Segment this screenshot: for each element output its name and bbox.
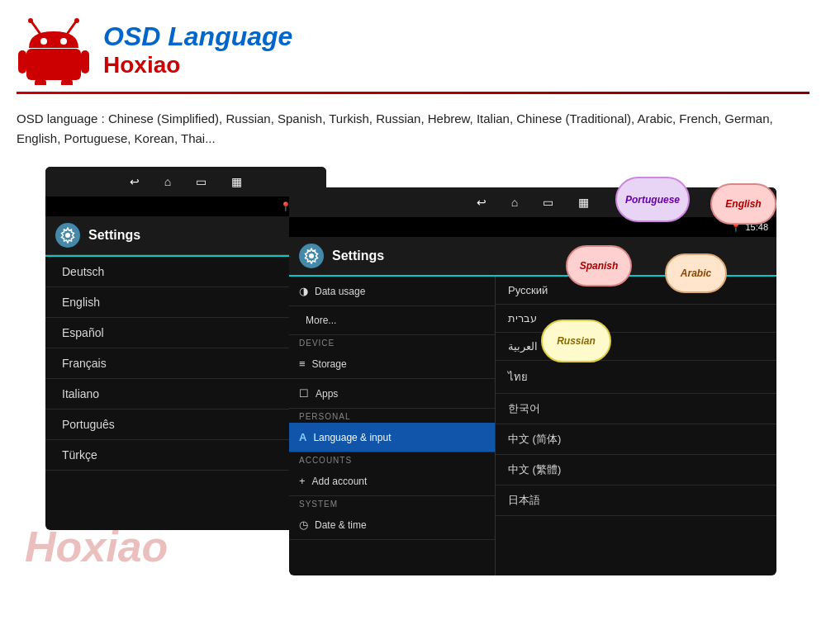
bubble-arabic: Arabic <box>665 253 727 293</box>
fg-home-icon: ⌂ <box>511 196 518 209</box>
svg-point-4 <box>40 38 47 45</box>
bg-status-bar: 📍 15:48 <box>45 197 326 216</box>
fg-recents-icon: ▭ <box>543 196 553 209</box>
fg-menu-icon: ▦ <box>578 196 589 209</box>
list-item[interactable]: ไทย <box>496 361 776 394</box>
add-account-item[interactable]: + Add account <box>289 466 495 496</box>
list-item[interactable]: עברית <box>496 305 776 333</box>
bg-recents-icon: ▭ <box>196 175 206 188</box>
list-item[interactable]: Türkçe <box>45 440 326 471</box>
bg-home-icon: ⌂ <box>164 175 171 188</box>
list-item[interactable]: Español <box>45 318 326 348</box>
storage-label: Storage <box>312 358 347 370</box>
bubble-spanish: Spanish <box>566 245 632 286</box>
fg-back-icon: ↩ <box>477 196 487 209</box>
more-label: More... <box>306 315 336 326</box>
accounts-section-label: ACCOUNTS <box>289 452 495 466</box>
brand-name: Hoxiao <box>103 52 292 78</box>
svg-rect-7 <box>18 50 26 73</box>
system-section-label: SYSTEM <box>289 496 495 510</box>
list-item[interactable]: Deutsch <box>45 257 326 287</box>
svg-rect-8 <box>81 50 89 73</box>
list-item[interactable]: 中文 (简体) <box>496 424 776 455</box>
list-item[interactable]: Italiano <box>45 379 326 410</box>
svg-line-0 <box>31 21 40 33</box>
fg-settings-icon <box>299 244 324 268</box>
foreground-screen: ↩ ⌂ ▭ ▦ 📍 15:48 Settings <box>289 187 776 575</box>
list-item[interactable]: العربية <box>496 333 776 361</box>
header: OSD Language Hoxiao <box>0 0 826 92</box>
date-time-item[interactable]: ◷ Date & time <box>289 510 495 540</box>
bg-screen-title: Settings <box>88 228 140 243</box>
fg-settings-gear-svg <box>303 248 320 264</box>
language-icon: A <box>299 431 306 443</box>
add-account-icon: + <box>299 475 306 487</box>
svg-point-11 <box>65 233 70 238</box>
language-input-item[interactable]: A Language & input <box>289 423 495 452</box>
red-divider <box>17 92 809 94</box>
date-time-label: Date & time <box>315 519 367 531</box>
bg-back-icon: ↩ <box>130 175 140 188</box>
bg-menu-icon: ▦ <box>231 175 242 188</box>
brand-title-group: OSD Language Hoxiao <box>103 21 292 78</box>
language-list-panel: Русский עברית العربية ไทย 한국어 中文 (简体) 中文… <box>496 277 776 575</box>
fg-nav-bar: ↩ ⌂ ▭ ▦ <box>289 187 776 217</box>
svg-rect-6 <box>26 49 81 80</box>
list-item[interactable]: 中文 (繁體) <box>496 455 776 485</box>
android-logo <box>17 15 91 85</box>
bg-language-list: Deutsch English Español Français Italian… <box>45 257 326 471</box>
list-item[interactable]: 日本語 <box>496 485 776 516</box>
apps-icon: ☐ <box>299 387 309 400</box>
more-item[interactable]: More... <box>289 306 495 335</box>
osd-title: OSD Language <box>103 21 292 52</box>
settings-gear-svg <box>59 227 76 244</box>
bg-settings-icon <box>55 223 80 248</box>
storage-item[interactable]: ≡ Storage <box>289 349 495 379</box>
bg-nav-bar: ↩ ⌂ ▭ ▦ <box>45 167 326 197</box>
language-input-label: Language & input <box>313 432 391 443</box>
list-item[interactable]: Português <box>45 410 326 440</box>
description-text: OSD language : Chinese (Simplified), Rus… <box>0 102 826 159</box>
add-account-label: Add account <box>312 476 368 487</box>
svg-point-2 <box>28 18 33 23</box>
list-item[interactable]: Русский <box>496 277 776 305</box>
personal-section-label: PERSONAL <box>289 409 495 423</box>
fg-screen-title: Settings <box>332 249 384 263</box>
data-usage-icon: ◑ <box>299 285 308 297</box>
fg-content: ◑ Data usage More... DEVICE ≡ Storage ☐ … <box>289 277 776 575</box>
list-item[interactable]: Français <box>45 348 326 379</box>
background-screen: ↩ ⌂ ▭ ▦ 📍 15:48 Settings Deutsch English <box>45 167 326 530</box>
list-item[interactable]: English <box>45 287 326 318</box>
data-usage-label: Data usage <box>315 286 365 297</box>
apps-item[interactable]: ☐ Apps <box>289 379 495 409</box>
svg-point-3 <box>74 18 79 23</box>
bubble-russian: Russian <box>541 320 611 362</box>
storage-icon: ≡ <box>299 358 306 370</box>
bg-screen-header: Settings <box>45 216 326 255</box>
date-time-icon: ◷ <box>299 519 308 531</box>
apps-label: Apps <box>316 388 338 400</box>
bubble-english: English <box>710 183 776 225</box>
list-item[interactable]: 한국어 <box>496 394 776 424</box>
svg-point-12 <box>309 253 314 258</box>
settings-menu-panel: ◑ Data usage More... DEVICE ≡ Storage ☐ … <box>289 277 496 575</box>
bubble-portuguese: Portuguese <box>615 177 690 222</box>
svg-point-5 <box>60 38 67 45</box>
fg-status-bar: 📍 15:48 <box>289 217 776 237</box>
data-usage-item[interactable]: ◑ Data usage <box>289 277 495 306</box>
device-section-label: DEVICE <box>289 335 495 349</box>
svg-line-1 <box>68 21 76 33</box>
screens-area: Portuguese English Spanish Arabic Russia… <box>0 159 826 588</box>
